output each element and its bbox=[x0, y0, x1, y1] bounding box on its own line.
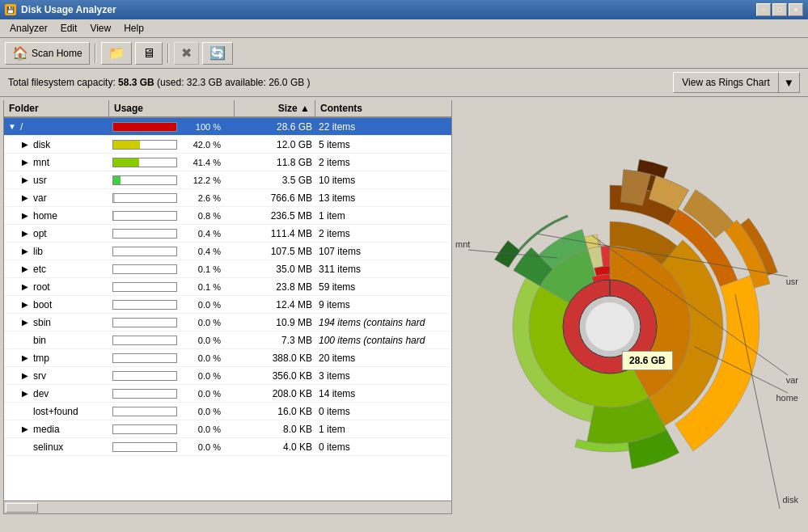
window-controls[interactable]: − □ × bbox=[756, 3, 803, 16]
cell-contents: 20 items bbox=[315, 351, 451, 365]
expand-button[interactable]: ▼ bbox=[7, 122, 17, 132]
table-row[interactable]: ▼ / 100 % 28.6 GB 22 items bbox=[4, 118, 451, 136]
cell-usage: 0.0 % bbox=[109, 387, 235, 400]
minimize-button[interactable]: − bbox=[756, 3, 771, 16]
table-row[interactable]: ▶ home 0.8 % 236.5 MB 1 item bbox=[4, 207, 451, 225]
cell-usage: 0.0 % bbox=[109, 334, 235, 347]
expand-button[interactable]: ▶ bbox=[20, 371, 30, 381]
header-usage[interactable]: Usage bbox=[109, 100, 235, 116]
usage-bar-container bbox=[112, 389, 177, 399]
cell-contents: 22 items bbox=[315, 120, 451, 134]
table-row[interactable]: bin 0.0 % 7.3 MB 100 items (contains har… bbox=[4, 331, 451, 349]
folder-name: etc bbox=[33, 264, 46, 275]
cell-size: 12.4 MB bbox=[235, 298, 315, 312]
table-row[interactable]: ▶ dev 0.0 % 208.0 KB 14 items bbox=[4, 385, 451, 403]
table-row[interactable]: ▶ srv 0.0 % 356.0 KB 3 items bbox=[4, 367, 451, 385]
table-row[interactable]: ▶ opt 0.4 % 111.4 MB 2 items bbox=[4, 225, 451, 243]
expand-button[interactable]: ▶ bbox=[20, 247, 30, 256]
refresh-button[interactable]: 🔄 bbox=[202, 42, 233, 65]
usage-percent: 12.2 % bbox=[180, 175, 221, 185]
label-usr: usr bbox=[786, 277, 798, 286]
usage-bar-container bbox=[112, 122, 177, 132]
menu-view[interactable]: View bbox=[83, 21, 117, 36]
table-row[interactable]: ▶ sbin 0.0 % 10.9 MB 194 items (contains… bbox=[4, 314, 451, 331]
table-row[interactable]: ▶ root 0.1 % 23.8 MB 59 items bbox=[4, 278, 451, 296]
status-suffix: (used: 32.3 GB available: 26.0 GB ) bbox=[157, 77, 310, 88]
usage-bar-container bbox=[112, 442, 177, 452]
expand-button[interactable]: ▶ bbox=[20, 140, 30, 150]
usage-percent: 0.0 % bbox=[180, 300, 221, 310]
expand-button[interactable]: ▶ bbox=[20, 193, 30, 203]
table-row[interactable]: ▶ etc 0.1 % 35.0 MB 311 items bbox=[4, 260, 451, 278]
table-row[interactable]: lost+found 0.0 % 16.0 KB 0 items bbox=[4, 403, 451, 420]
cell-folder: ▶ sbin bbox=[4, 315, 109, 330]
folder-name: home bbox=[33, 210, 57, 222]
menu-edit[interactable]: Edit bbox=[54, 21, 84, 36]
label-var: var bbox=[786, 375, 798, 385]
folder-name: selinux bbox=[33, 441, 63, 453]
status-prefix: Total filesystem capacity: bbox=[8, 77, 118, 88]
table-row[interactable]: ▶ tmp 0.0 % 388.0 KB 20 items bbox=[4, 349, 451, 367]
table-row[interactable]: ▶ var 2.6 % 766.6 MB 13 items bbox=[4, 189, 451, 207]
view-rings-button[interactable]: View as Rings Chart bbox=[673, 72, 779, 93]
usage-percent: 0.8 % bbox=[180, 211, 221, 221]
usage-bar-container bbox=[112, 140, 177, 150]
label-mnt: mnt bbox=[455, 239, 470, 249]
maximize-button[interactable]: □ bbox=[772, 3, 787, 16]
expand-button[interactable]: ▶ bbox=[20, 389, 30, 399]
cell-size: 16.0 KB bbox=[235, 404, 315, 419]
cell-usage: 0.0 % bbox=[109, 298, 235, 311]
view-selector[interactable]: View as Rings Chart ▼ bbox=[673, 72, 800, 93]
folder-name: media bbox=[33, 424, 60, 435]
header-folder[interactable]: Folder bbox=[4, 100, 109, 116]
cell-contents: 100 items (contains hard bbox=[315, 333, 451, 348]
table-row[interactable]: selinux 0.0 % 4.0 KB 0 items bbox=[4, 438, 451, 456]
cell-contents: 1 item bbox=[315, 209, 451, 223]
folder-name: bin bbox=[33, 335, 46, 346]
scan-folder-button[interactable]: 📁 bbox=[101, 42, 132, 65]
cell-folder: ▶ var bbox=[4, 191, 109, 205]
expand-button[interactable]: ▶ bbox=[20, 353, 30, 363]
usage-bar bbox=[113, 158, 139, 167]
expand-button[interactable]: ▶ bbox=[20, 229, 30, 239]
window-title: Disk Usage Analyzer bbox=[21, 4, 116, 15]
cell-size: 111.4 MB bbox=[235, 226, 315, 241]
stop-button[interactable]: ✖ bbox=[174, 42, 199, 65]
folder-name: root bbox=[33, 281, 50, 293]
menu-help[interactable]: Help bbox=[117, 21, 150, 36]
table-row[interactable]: ▶ lib 0.4 % 107.5 MB 107 items bbox=[4, 243, 451, 260]
cell-contents: 2 items bbox=[315, 155, 451, 170]
folder-name: dev bbox=[33, 388, 49, 399]
scan-remote-button[interactable]: 🖥 bbox=[135, 42, 163, 65]
table-row[interactable]: ▶ mnt 41.4 % 11.8 GB 2 items bbox=[4, 154, 451, 171]
header-size[interactable]: Size ▲ bbox=[235, 100, 315, 116]
cell-folder: ▶ tmp bbox=[4, 351, 109, 365]
expand-button[interactable]: ▶ bbox=[20, 211, 30, 221]
cell-folder: ▶ srv bbox=[4, 369, 109, 383]
horizontal-scrollbar[interactable] bbox=[4, 500, 451, 513]
scrollbar-thumb[interactable] bbox=[6, 503, 38, 513]
expand-button[interactable]: ▶ bbox=[20, 282, 30, 292]
usage-percent: 42.0 % bbox=[180, 140, 221, 150]
folder-name: disk bbox=[33, 139, 50, 150]
scan-home-button[interactable]: 🏠 Scan Home bbox=[5, 42, 90, 65]
expand-button[interactable]: ▶ bbox=[20, 424, 30, 434]
usage-bar-container bbox=[112, 158, 177, 167]
table-row[interactable]: ▶ disk 42.0 % 12.0 GB 5 items bbox=[4, 136, 451, 154]
usage-bar bbox=[113, 212, 114, 220]
cell-contents: 59 items bbox=[315, 280, 451, 294]
home-icon: 🏠 bbox=[12, 45, 28, 61]
usage-bar-container bbox=[112, 407, 177, 416]
expand-button[interactable]: ▶ bbox=[20, 318, 30, 327]
expand-button[interactable]: ▶ bbox=[20, 300, 30, 310]
expand-button[interactable]: ▶ bbox=[20, 158, 30, 167]
menu-analyzer[interactable]: Analyzer bbox=[3, 21, 54, 36]
table-row[interactable]: ▶ usr 12.2 % 3.5 GB 10 items bbox=[4, 171, 451, 189]
expand-button[interactable]: ▶ bbox=[20, 264, 30, 274]
usage-bar bbox=[113, 194, 115, 202]
expand-button[interactable]: ▶ bbox=[20, 175, 30, 185]
table-row[interactable]: ▶ boot 0.0 % 12.4 MB 9 items bbox=[4, 296, 451, 314]
close-button[interactable]: × bbox=[789, 3, 803, 16]
table-row[interactable]: ▶ media 0.0 % 8.0 KB 1 item bbox=[4, 420, 451, 438]
view-dropdown-button[interactable]: ▼ bbox=[779, 72, 800, 93]
